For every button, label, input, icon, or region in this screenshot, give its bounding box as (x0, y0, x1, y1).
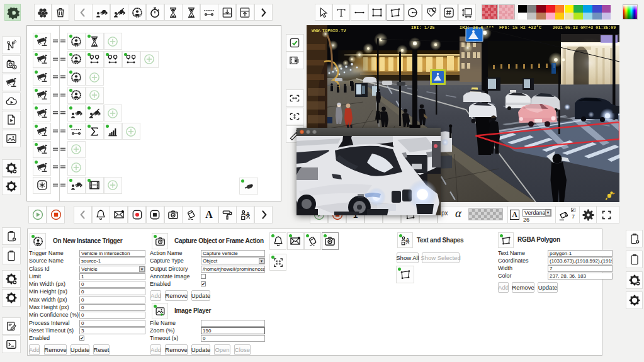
svg-text:IRI: 1/25: IRI: 1/25 (411, 25, 435, 30)
svg-text:IRI: 26.6 ***: IRI: 26.6 *** (460, 25, 494, 30)
svg-text:2021-05-13 GMT+3 01:35:09: 2021-05-13 GMT+3 01:35:09 (553, 25, 616, 30)
svg-text:FPS: 15 Hz +22°C: FPS: 15 Hz +22°C (499, 25, 541, 30)
svg-text:WWW.TOPGID.TV: WWW.TOPGID.TV (312, 28, 346, 33)
